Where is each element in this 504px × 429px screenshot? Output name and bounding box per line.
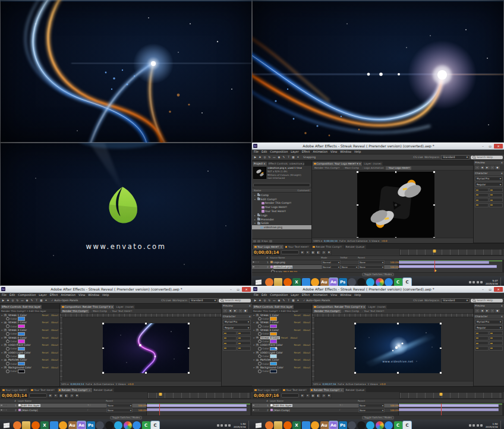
tool-icon[interactable]: ✦ bbox=[296, 298, 300, 302]
project-item[interactable]: videohive.png bbox=[252, 225, 311, 229]
effect-name[interactable]: Streak 4 Color bbox=[260, 336, 280, 339]
taskbar-app-icon[interactable] bbox=[311, 278, 319, 286]
tray-icon[interactable] bbox=[480, 281, 483, 283]
tool-icon[interactable]: ▶ bbox=[253, 298, 257, 302]
menu-item[interactable]: View bbox=[330, 150, 337, 153]
cs-live-button[interactable]: CS Live bbox=[413, 299, 423, 302]
comp-breadcrumb[interactable]: Render This Comp!! bbox=[61, 310, 89, 313]
expand-arrow-icon[interactable] bbox=[1, 343, 2, 346]
taskbar-app-icon[interactable] bbox=[114, 421, 122, 429]
menu-item[interactable]: Layer bbox=[291, 150, 298, 153]
taskbar-app-icon[interactable]: X bbox=[292, 278, 301, 286]
tray-icon[interactable] bbox=[472, 281, 475, 283]
taskbar-app-icon[interactable] bbox=[366, 278, 374, 286]
effect-about-link[interactable]: About bbox=[303, 351, 310, 354]
tray-icon[interactable] bbox=[225, 424, 227, 427]
show-desktop-button[interactable] bbox=[500, 421, 503, 429]
effect-reset-link[interactable]: Reset bbox=[42, 329, 48, 332]
tool-icon[interactable]: ◎ bbox=[11, 298, 15, 302]
project-item[interactable]: Your Logo Here!! bbox=[252, 205, 311, 209]
taskbar-app-icon[interactable] bbox=[274, 278, 282, 286]
camera-select[interactable]: Active Camera▾ bbox=[94, 383, 114, 386]
taskbar-app-icon[interactable]: Ps bbox=[339, 278, 347, 286]
effect-name[interactable]: Particles Color bbox=[8, 358, 41, 361]
effect-reset-link[interactable]: Reset bbox=[294, 329, 300, 332]
timeline-option-icon[interactable]: ▦ bbox=[59, 393, 64, 398]
playhead-marker[interactable] bbox=[159, 393, 162, 396]
close-button[interactable]: ✕ bbox=[494, 144, 503, 149]
effect-reset-link[interactable]: Reset bbox=[42, 343, 48, 346]
help-search-input[interactable]: Search Help bbox=[219, 299, 251, 302]
effect-name[interactable]: Streak 3 Color bbox=[8, 329, 41, 332]
magnification-select[interactable]: 50%▾ bbox=[313, 383, 320, 386]
stopwatch-icon[interactable] bbox=[6, 317, 10, 321]
effect-name[interactable]: Streak 1 Color bbox=[260, 314, 293, 317]
stopwatch-icon[interactable] bbox=[258, 370, 262, 373]
tool-icon[interactable]: ◉ bbox=[277, 155, 281, 159]
transport-button[interactable]: » bbox=[238, 309, 243, 313]
exposure-value[interactable]: +0.0 bbox=[379, 383, 385, 386]
taskbar-app-icon[interactable]: C bbox=[403, 278, 411, 286]
comp-breadcrumb[interactable]: Your Text Here!! bbox=[361, 310, 385, 313]
effect-about-link[interactable]: About bbox=[303, 329, 310, 332]
exposure-value[interactable]: +0.0 bbox=[127, 383, 133, 386]
timeline-option-icon[interactable]: ◔ bbox=[322, 393, 326, 398]
tool-icon[interactable]: ✚ bbox=[258, 155, 262, 159]
tool-icon[interactable]: T bbox=[286, 298, 291, 302]
view-layout-select[interactable]: 1 View▾ bbox=[367, 383, 377, 386]
restore-button[interactable]: ▭ bbox=[487, 144, 493, 149]
tool-icon[interactable]: ▭ bbox=[272, 298, 276, 302]
stopwatch-icon[interactable] bbox=[6, 324, 10, 328]
timeline-tab[interactable]: Your Text Here!! bbox=[282, 388, 308, 392]
timeline-tab[interactable]: Your Logo Here!!× bbox=[253, 245, 284, 249]
timeline-tab[interactable]: Render Queue bbox=[345, 388, 367, 392]
timeline-option-icon[interactable]: ✚ bbox=[327, 393, 332, 398]
taskbar-app-icon[interactable]: Ps bbox=[87, 421, 95, 429]
snapping-option[interactable]: Snapping bbox=[303, 156, 316, 159]
layer-row-selected[interactable]: 2 videohive.png Normal▾ None▾ None▾ 100.… bbox=[252, 265, 398, 270]
playhead-line[interactable] bbox=[441, 403, 442, 416]
stopwatch-icon[interactable] bbox=[6, 347, 10, 351]
transport-button[interactable]: « bbox=[475, 309, 480, 313]
layer-row[interactable]: 2 [Main Comp] / None▾ 100.0% bbox=[252, 408, 398, 413]
effect-about-link[interactable]: About bbox=[303, 366, 310, 369]
menu-item[interactable]: Animation bbox=[313, 150, 327, 153]
taskbar-app-icon[interactable] bbox=[357, 421, 366, 429]
tab-effect-controls[interactable]: Effect Controls: Edit this layer bbox=[253, 305, 294, 309]
comp-breadcrumb[interactable]: Your Text Here!! bbox=[109, 310, 133, 313]
tool-icon[interactable]: ✚ bbox=[6, 298, 10, 302]
color-swatch[interactable] bbox=[270, 332, 277, 336]
layer-row-selected[interactable]: 1 Edit this layer ✦ / None▾ 100.0% bbox=[252, 403, 398, 408]
playhead-line[interactable] bbox=[434, 260, 435, 273]
taskbar-app-icon[interactable] bbox=[311, 421, 319, 429]
menu-item[interactable]: Animation bbox=[61, 294, 75, 296]
timeline-option-icon[interactable]: ✦ bbox=[305, 250, 310, 255]
taskbar-app-icon[interactable] bbox=[274, 421, 282, 429]
timeline-option-icon[interactable]: ◧ bbox=[64, 393, 69, 398]
tab-effect-controls[interactable]: Effect Controls: Edit this layer bbox=[1, 305, 42, 309]
effect-about-link[interactable]: About bbox=[51, 358, 58, 361]
font-style-select[interactable]: Regular▾ bbox=[475, 325, 503, 330]
transport-button[interactable]: ● bbox=[243, 309, 248, 313]
stopwatch-icon[interactable] bbox=[6, 370, 10, 373]
tab-composition[interactable]: Composition: Render This Comp!!▾× bbox=[61, 305, 114, 309]
timeline-option-icon[interactable]: ◧ bbox=[316, 393, 321, 398]
expand-arrow-icon[interactable] bbox=[253, 358, 254, 361]
viewer-current-time[interactable]: 0;00;03;14 bbox=[70, 383, 84, 386]
tab-effect-controls[interactable]: Effect Controls: videohive.png bbox=[267, 162, 304, 166]
taskbar-app-icon[interactable] bbox=[366, 421, 374, 429]
taskbar-clock[interactable]: 1:502015/3/16 bbox=[484, 422, 499, 428]
effect-name[interactable]: LOGO Light Color bbox=[8, 351, 41, 354]
expand-arrow-icon[interactable] bbox=[253, 366, 254, 369]
effect-reset-link[interactable]: Reset bbox=[42, 366, 48, 369]
expand-arrow-icon[interactable] bbox=[1, 314, 2, 317]
bit-depth-label[interactable]: 8 bpc bbox=[262, 239, 268, 242]
tool-icon[interactable]: ✎ bbox=[282, 298, 286, 302]
timeline-tab[interactable]: Render Queue bbox=[93, 388, 115, 392]
tab-layer[interactable]: Layer: (none) bbox=[363, 162, 382, 166]
comp-breadcrumb[interactable]: Render This Comp!! bbox=[313, 166, 341, 170]
font-style-select[interactable]: Regular▾ bbox=[475, 182, 503, 187]
effect-reset-link[interactable]: Reset bbox=[42, 358, 48, 361]
timeline-search-input[interactable] bbox=[29, 393, 47, 398]
expand-arrow-icon[interactable] bbox=[253, 336, 254, 339]
